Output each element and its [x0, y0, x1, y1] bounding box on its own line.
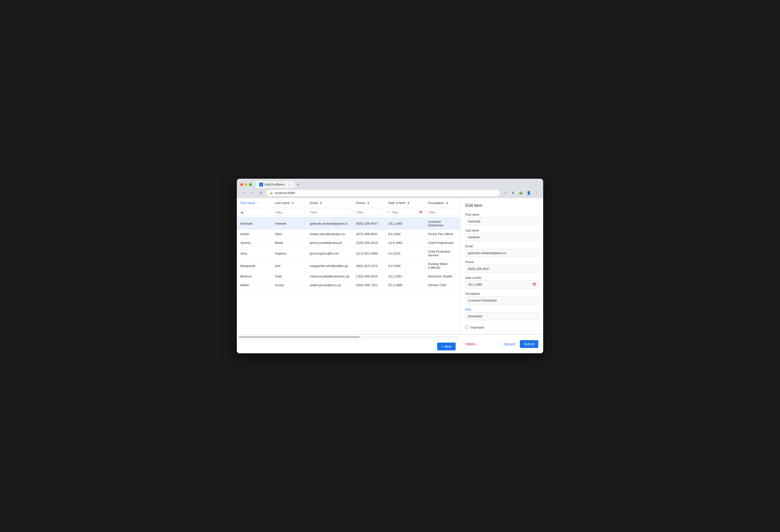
url-bar[interactable]: 🔒 localhost:8080	[266, 190, 500, 196]
col-label-lastname: Last name	[275, 201, 290, 205]
col-header-phone[interactable]: Phone ⇅	[352, 198, 385, 208]
col-header-dob[interactable]: Date of birth ⇅	[385, 198, 425, 208]
forward-button[interactable]: →	[249, 189, 256, 196]
field-label-role: Role	[466, 308, 538, 311]
cell-firstname: Marguerite	[237, 260, 272, 272]
filter-cell-dob: > 📅	[385, 208, 425, 217]
table-row[interactable]: MargueriteIshiimarguerite.ishii@judbilo.…	[237, 260, 460, 272]
col-label-dob: Date of birth	[388, 201, 405, 205]
cell-dob: 8.4.1938	[385, 260, 425, 272]
field-input-occupation[interactable]	[466, 296, 538, 304]
url-text: localhost:8080	[275, 191, 295, 195]
filter-input-lastname[interactable]	[274, 209, 305, 216]
browser-tab[interactable]: A AutoCrudDemo ×	[256, 181, 295, 188]
discard-button[interactable]: Discard	[501, 340, 518, 348]
tab-close-button[interactable]: ×	[287, 183, 291, 187]
col-label-phone: Phone	[356, 201, 365, 205]
cell-email: minerva.todd@kulmenim.ad	[306, 272, 352, 281]
field-group-firstname: First name	[466, 213, 538, 226]
profile-icon[interactable]: 👤	[525, 189, 532, 196]
download-icon[interactable]: ⬇	[509, 189, 517, 196]
field-group-lastname: Last name	[466, 229, 538, 241]
filter-input-email[interactable]	[308, 209, 351, 216]
cell-dob: 14.9.1984	[385, 239, 425, 247]
table-section: First name ↑ Last name ⇅ Email ⇅	[237, 198, 460, 334]
table-row[interactable]: JeremyMarillijeremy.marilli@vesa.pf(526)…	[237, 239, 460, 247]
bookmark-icon[interactable]: ☆	[502, 189, 509, 196]
col-header-email[interactable]: Email ⇅	[306, 198, 352, 208]
col-header-firstname[interactable]: First name ↑	[237, 198, 272, 208]
cell-firstname: Gertrude	[237, 217, 272, 230]
cell-phone: (211) 851-5960	[352, 247, 385, 260]
fullscreen-traffic-light[interactable]	[249, 183, 252, 186]
field-group-email: Email	[466, 245, 538, 257]
field-input-firstname[interactable]	[466, 217, 538, 226]
cell-occupation: Licensed Esthetician	[425, 217, 460, 230]
cell-firstname: Jeremy	[237, 239, 272, 247]
submit-button[interactable]: Submit	[520, 340, 538, 348]
sort-icon-email: ⇅	[320, 202, 322, 204]
minimize-icon[interactable]: ⋯	[533, 181, 540, 188]
cell-firstname: Hester	[237, 230, 272, 239]
filter-cell-occupation	[425, 208, 460, 217]
cell-phone: (873) 489-6641	[352, 230, 385, 239]
cell-email: jerry.hopkins@fo.mh	[306, 247, 352, 260]
field-label-firstname: First name	[466, 213, 538, 216]
scrollbar-thumb[interactable]	[239, 336, 359, 338]
date-filter-wrap: > 📅	[387, 209, 423, 216]
cell-lastname: Ishii	[272, 260, 307, 272]
new-tab-button[interactable]: +	[295, 181, 301, 188]
important-checkbox[interactable]	[466, 326, 469, 329]
table-row[interactable]: JerryHopkinsjerry.hopkins@fo.mh(211) 851…	[237, 247, 460, 260]
extensions-icon[interactable]: 🧩	[518, 189, 524, 196]
field-input-role[interactable]	[466, 312, 538, 320]
table-body: GertrudeVerbeekgertrude.verbeek@pave.cc(…	[237, 217, 460, 290]
table-row[interactable]: WalterGrossiwalter.grossi@tuvo.sa(416) 9…	[237, 281, 460, 290]
scrollbar-track	[239, 336, 458, 338]
back-button[interactable]: ←	[240, 189, 247, 196]
cell-lastname: Stein	[272, 230, 307, 239]
refresh-button[interactable]: ↻	[258, 189, 264, 196]
cell-firstname: Jerry	[237, 247, 272, 260]
cell-phone: (882) 813-1374	[352, 260, 385, 272]
cell-dob: 4.4.2015	[385, 247, 425, 260]
filter-cell-email	[306, 208, 352, 217]
calendar-icon-dob[interactable]: 📅	[532, 283, 536, 287]
cell-email: gertrude.verbeek@pave.cc	[306, 217, 352, 230]
close-traffic-light[interactable]	[240, 183, 243, 186]
table-row[interactable]: MinervaToddminerva.todd@kulmenim.ad(763)…	[237, 272, 460, 281]
data-table: First name ↑ Last name ⇅ Email ⇅	[237, 198, 460, 290]
filter-input-firstname[interactable]	[239, 209, 270, 216]
table-row[interactable]: GertrudeVerbeekgertrude.verbeek@pave.cc(…	[237, 217, 460, 230]
filter-input-dob[interactable]	[390, 209, 418, 216]
col-header-lastname[interactable]: Last name ⇅	[272, 198, 307, 208]
address-bar-actions: ☆ ⬇ 🧩 👤 ⋮	[502, 189, 540, 196]
new-button[interactable]: + New	[437, 343, 456, 350]
address-bar: ← → ↻ 🔒 localhost:8080 ☆ ⬇ 🧩 👤 ⋮	[237, 188, 543, 198]
filter-input-occupation[interactable]	[427, 209, 458, 216]
menu-icon[interactable]: ⋮	[533, 189, 540, 196]
filter-cell-lastname	[272, 208, 307, 217]
cell-firstname: Walter	[237, 281, 272, 290]
field-input-phone[interactable]	[466, 265, 538, 273]
field-input-lastname[interactable]	[466, 233, 538, 241]
field-input-dob[interactable]	[466, 281, 538, 289]
filter-input-phone[interactable]	[354, 209, 383, 216]
footer-actions: Discard Submit	[501, 340, 538, 348]
field-input-email[interactable]	[466, 249, 538, 257]
cell-email: jeremy.marilli@vesa.pf	[306, 239, 352, 247]
calendar-icon-filter[interactable]: 📅	[419, 211, 423, 214]
cell-occupation: Chief Projectionist	[425, 239, 460, 247]
cell-occupation: Parking Meter Collector	[425, 260, 460, 272]
minimize-traffic-light[interactable]	[245, 183, 247, 186]
cell-email: hester.stein@kettujwo.eu	[306, 230, 352, 239]
delete-button[interactable]: Delete...	[466, 342, 478, 346]
field-label-occupation: Occupation	[466, 292, 538, 295]
cell-occupation: Kitchen Chef	[425, 281, 460, 290]
col-header-occupation[interactable]: Occupation ⇅	[425, 198, 460, 208]
table-row[interactable]: HesterSteinhester.stein@kettujwo.eu(873)…	[237, 230, 460, 239]
date-input-wrap: 📅	[466, 281, 538, 289]
cell-dob: 18.2.1965	[385, 217, 425, 230]
field-group-role: Role	[466, 308, 538, 320]
edit-panel-footer: Delete... Discard Submit	[460, 334, 543, 353]
